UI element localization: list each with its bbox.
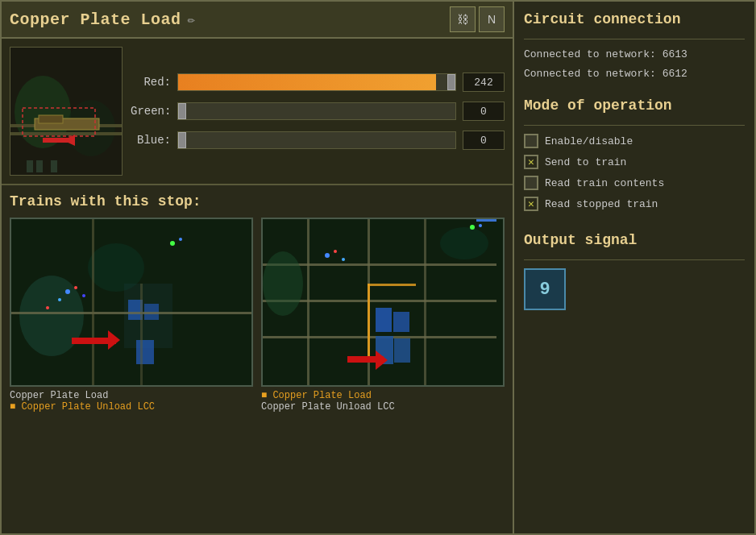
network2-text: Connected to network: 6612 bbox=[524, 67, 745, 81]
svg-point-28 bbox=[170, 241, 175, 246]
svg-rect-41 bbox=[376, 308, 392, 332]
trains-section-title: Trains with this stop: bbox=[10, 193, 505, 209]
map1-bullet: ■ bbox=[10, 401, 21, 413]
svg-point-45 bbox=[263, 251, 303, 316]
output-divider bbox=[524, 259, 745, 260]
enable-disable-checkbox[interactable] bbox=[524, 134, 538, 148]
svg-point-49 bbox=[342, 258, 345, 261]
svg-point-29 bbox=[179, 238, 182, 241]
green-label: Green: bbox=[131, 105, 171, 118]
window-title: Copper Plate Load bbox=[10, 10, 181, 29]
checkbox-row-3: Read stopped train bbox=[524, 197, 745, 211]
mode-divider bbox=[524, 125, 745, 126]
circuit-connection-title: Circuit connection bbox=[524, 11, 745, 31]
red-slider-track[interactable] bbox=[177, 73, 456, 91]
station-thumbnail bbox=[10, 47, 123, 176]
checkbox-row-1: Send to train bbox=[524, 155, 745, 169]
map-view-1[interactable] bbox=[10, 218, 253, 387]
svg-rect-6 bbox=[39, 115, 63, 123]
map2-label1: ■ Copper Plate Load bbox=[261, 390, 505, 401]
svg-rect-44 bbox=[394, 338, 410, 363]
green-slider-thumb[interactable] bbox=[178, 103, 186, 119]
svg-rect-10 bbox=[27, 160, 33, 172]
svg-rect-36 bbox=[307, 219, 309, 387]
red-label: Red: bbox=[131, 76, 171, 89]
svg-rect-9 bbox=[43, 138, 75, 143]
svg-rect-12 bbox=[51, 160, 57, 172]
mode-section: Mode of operation Enable/disable Send to… bbox=[524, 97, 745, 218]
map-container-1: Copper Plate Load ■ Copper Plate Unload … bbox=[10, 218, 253, 413]
map-view-2[interactable] bbox=[261, 218, 505, 387]
svg-point-47 bbox=[325, 253, 330, 258]
map-button[interactable]: N bbox=[479, 6, 505, 32]
header-title-area: Copper Plate Load ✏ bbox=[10, 10, 195, 29]
header-buttons: ⛓ N bbox=[450, 6, 505, 32]
send-to-train-label: Send to train bbox=[545, 156, 626, 168]
svg-point-23 bbox=[65, 289, 70, 294]
blue-value[interactable]: 0 bbox=[463, 131, 505, 150]
svg-rect-4 bbox=[10, 132, 123, 135]
green-value[interactable]: 0 bbox=[463, 102, 505, 121]
svg-rect-20 bbox=[11, 312, 251, 314]
svg-rect-31 bbox=[72, 338, 116, 344]
svg-point-26 bbox=[58, 298, 61, 301]
red-slider-fill bbox=[178, 74, 436, 90]
svg-point-24 bbox=[74, 286, 77, 289]
checkbox-row-0: Enable/disable bbox=[524, 134, 745, 148]
svg-rect-54 bbox=[476, 219, 496, 222]
svg-point-48 bbox=[334, 250, 337, 253]
trains-section: Trains with this stop: bbox=[2, 185, 513, 421]
enable-disable-label: Enable/disable bbox=[545, 135, 633, 147]
map2-bullet: ■ bbox=[261, 390, 272, 401]
read-train-contents-label: Read train contents bbox=[545, 177, 664, 189]
svg-rect-11 bbox=[36, 160, 43, 172]
red-slider-thumb[interactable] bbox=[447, 74, 455, 90]
map-container-2: ■ Copper Plate Load Copper Plate Unload … bbox=[261, 218, 505, 413]
svg-rect-22 bbox=[140, 284, 143, 387]
green-slider-track[interactable] bbox=[177, 102, 456, 120]
blue-slider-row: Blue: 0 bbox=[131, 131, 505, 150]
left-panel: Copper Plate Load ✏ ⛓ N bbox=[0, 0, 514, 535]
circuit-divider bbox=[524, 39, 745, 39]
svg-point-51 bbox=[479, 224, 482, 227]
svg-point-50 bbox=[470, 225, 475, 230]
network1-text: Connected to network: 6613 bbox=[524, 48, 745, 62]
map2-labels: ■ Copper Plate Load Copper Plate Unload … bbox=[261, 390, 505, 413]
map1-label1: Copper Plate Load bbox=[10, 390, 253, 401]
mode-title: Mode of operation bbox=[524, 97, 745, 117]
blue-slider-track[interactable] bbox=[177, 131, 456, 149]
map1-labels: Copper Plate Load ■ Copper Plate Unload … bbox=[10, 390, 253, 413]
output-signal-box[interactable]: 9 bbox=[524, 268, 566, 310]
read-train-contents-checkbox[interactable] bbox=[524, 176, 538, 190]
network-button[interactable]: ⛓ bbox=[450, 6, 476, 32]
pencil-icon[interactable]: ✏ bbox=[188, 11, 196, 27]
color-controls-area: Red: 242 Green: 0 bbox=[2, 39, 513, 185]
sliders-area: Red: 242 Green: 0 bbox=[131, 47, 505, 176]
red-slider-row: Red: 242 bbox=[131, 73, 505, 92]
svg-rect-39 bbox=[368, 284, 370, 356]
blue-slider-thumb[interactable] bbox=[178, 132, 186, 148]
map1-label2: ■ Copper Plate Unload LCC bbox=[10, 401, 253, 413]
right-panel: Circuit connection Connected to network:… bbox=[514, 0, 756, 535]
green-slider-row: Green: 0 bbox=[131, 102, 505, 121]
svg-point-25 bbox=[82, 294, 85, 297]
svg-rect-19 bbox=[136, 340, 154, 364]
svg-rect-42 bbox=[393, 312, 409, 332]
blue-label: Blue: bbox=[131, 134, 171, 147]
red-value[interactable]: 242 bbox=[463, 73, 505, 92]
read-stopped-train-label: Read stopped train bbox=[545, 198, 658, 210]
map2-label2: Copper Plate Unload LCC bbox=[261, 401, 505, 413]
svg-rect-21 bbox=[92, 219, 94, 387]
header: Copper Plate Load ✏ ⛓ N bbox=[2, 2, 513, 39]
output-section: Output signal 9 bbox=[524, 232, 745, 310]
send-to-train-checkbox[interactable] bbox=[524, 155, 538, 169]
svg-rect-38 bbox=[424, 219, 426, 387]
read-stopped-train-checkbox[interactable] bbox=[524, 197, 538, 211]
checkbox-row-2: Read train contents bbox=[524, 176, 745, 190]
svg-point-46 bbox=[440, 227, 488, 259]
output-signal-title: Output signal bbox=[524, 232, 745, 251]
svg-point-27 bbox=[46, 306, 49, 309]
trains-maps-area: Copper Plate Load ■ Copper Plate Unload … bbox=[10, 218, 505, 413]
svg-rect-40 bbox=[368, 284, 416, 286]
svg-rect-53 bbox=[347, 356, 384, 363]
